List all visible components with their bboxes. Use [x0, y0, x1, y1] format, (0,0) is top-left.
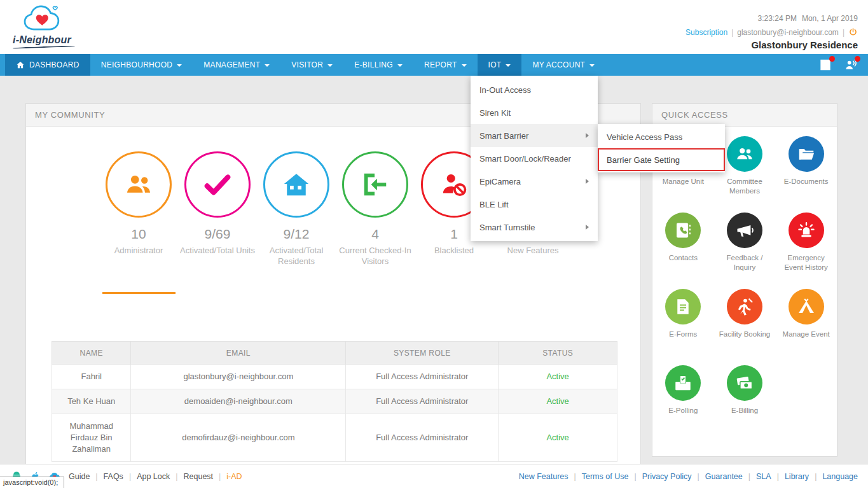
activated-total-residents-icon	[263, 151, 329, 218]
activated-total-units-icon	[184, 151, 251, 218]
e-polling-icon	[665, 365, 701, 401]
nav-item-dashboard[interactable]: DASHBOARD	[5, 54, 90, 76]
logo-text: i-Neighbour	[13, 34, 95, 46]
stat-activated-total-residents[interactable]: 9/12Activated/Total Residents	[257, 151, 336, 267]
separator: |	[777, 472, 779, 481]
news-icon[interactable]	[818, 58, 832, 72]
stat-administrator[interactable]: 10Administrator	[99, 151, 178, 267]
separator: |	[697, 472, 699, 481]
menu-item-label: Smart Turnstile	[479, 223, 535, 232]
submenu-item-barrier-gate-setting[interactable]: Barrier Gate Setting	[598, 148, 725, 171]
footer-link-library[interactable]: Library	[785, 472, 809, 481]
quick-access-label: Feedback / Inquiry	[714, 253, 776, 272]
nav-item-label: MANAGEMENT	[203, 60, 260, 69]
quick-access-e-billing[interactable]: E-Billing	[714, 365, 776, 442]
contacts-icon	[665, 213, 701, 248]
quick-access-feedback-inquiry[interactable]: Feedback / Inquiry	[714, 213, 776, 289]
residence-name: Glastonbury Residence	[685, 39, 858, 50]
administrator-table: NAMEEMAILSYSTEM ROLESTATUS Fahrilglaston…	[52, 341, 617, 462]
logout-power-icon[interactable]	[848, 27, 858, 37]
footer: Guide|FAQs|App Lock|Request|i-AD New Fea…	[0, 464, 868, 488]
stat-value: 10	[99, 227, 178, 242]
nav-item-management[interactable]: MANAGEMENT	[193, 54, 280, 76]
nav-item-label: MY ACCOUNT	[532, 60, 585, 69]
separator: |	[176, 472, 177, 481]
stat-label: Administrator	[99, 245, 178, 256]
submenu-item-vehicle-access-pass[interactable]: Vehicle Access Pass	[598, 125, 725, 148]
subscription-link[interactable]: Subscription	[685, 28, 727, 37]
menu-item-smart-turnstile[interactable]: Smart Turnstile	[471, 216, 598, 239]
submenu-item-label: Barrier Gate Setting	[607, 155, 680, 165]
nav-item-my-account[interactable]: MY ACCOUNT	[521, 54, 605, 76]
nav-item-visitor[interactable]: VISITOR	[280, 54, 343, 76]
separator: |	[748, 472, 750, 481]
stat-label: Activated/Total Residents	[257, 245, 336, 267]
quick-access-label: Manage Unit	[652, 177, 714, 186]
quick-access-facility-booking[interactable]: Facility Booking	[714, 289, 776, 365]
manage-event-icon	[789, 289, 824, 324]
quick-access-contacts[interactable]: Contacts	[652, 213, 714, 289]
separator: |	[129, 472, 131, 481]
stat-current-checked-in-visitors[interactable]: 4Current Checked-In Visitors	[336, 151, 415, 267]
person-wave-icon[interactable]	[844, 58, 858, 72]
menu-item-label: Smart Door/Lock/Reader	[479, 154, 571, 164]
menu-item-siren-kit[interactable]: Siren Kit	[471, 101, 598, 124]
nav-item-label: DASHBOARD	[29, 60, 79, 69]
footer-link-guarantee[interactable]: Guarantee	[705, 472, 743, 481]
active-stat-indicator	[102, 292, 176, 294]
quick-access-e-forms[interactable]: E-Forms	[652, 289, 714, 365]
menu-item-in-out-access[interactable]: In-Out Access	[471, 78, 598, 101]
chevron-down-icon	[327, 64, 333, 67]
nav-item-iot[interactable]: IOT	[478, 54, 522, 76]
quick-access-e-polling[interactable]: E-Polling	[652, 365, 714, 442]
footer-link-faqs[interactable]: FAQs	[104, 472, 123, 481]
stat-label: Blacklisted	[415, 245, 493, 256]
menu-item-ble-lift[interactable]: BLE Lift	[471, 193, 598, 216]
cell-email: glastonbury@i-neighbour.com	[131, 365, 346, 389]
separator: |	[815, 472, 816, 481]
status-badge: Active	[499, 365, 617, 389]
footer-link-privacy-policy[interactable]: Privacy Policy	[642, 472, 692, 481]
smart-barrier-submenu: Vehicle Access PassBarrier Gate Setting	[598, 124, 725, 172]
menu-item-epicamera[interactable]: EpiCamera	[471, 170, 598, 193]
quick-access-emergency-event-history[interactable]: Emergency Event History	[775, 213, 837, 289]
time-text: 3:23:24 PM	[758, 14, 797, 23]
notification-dot	[829, 56, 835, 62]
quick-access-manage-event[interactable]: Manage Event	[775, 289, 837, 365]
status-badge: Active	[499, 389, 617, 414]
footer-link-guide[interactable]: Guide	[69, 472, 90, 481]
footer-link-terms-of-use[interactable]: Terms of Use	[582, 472, 629, 481]
menu-item-smart-barrier[interactable]: Smart Barrier	[471, 124, 598, 147]
stat-activated-total-units[interactable]: 9/69Activated/Total Units	[178, 151, 257, 267]
nav-item-label: NEIGHBOURHOOD	[101, 60, 173, 69]
nav-item-neighbourhood[interactable]: NEIGHBOURHOOD	[90, 54, 193, 76]
separator: |	[95, 472, 97, 481]
current-checked-in-visitors-icon	[342, 151, 408, 218]
e-billing-icon	[727, 365, 762, 401]
e-documents-icon	[789, 136, 824, 172]
cell-system-role: Full Access Administrator	[346, 389, 499, 414]
quick-access-label: Committee Members	[714, 177, 776, 196]
nav-item-e-billing[interactable]: E-BILLING	[343, 54, 413, 76]
administrator-icon	[106, 151, 172, 218]
footer-link-i-ad[interactable]: i-AD	[226, 472, 242, 481]
quick-access-label: Facility Booking	[714, 330, 776, 339]
quick-access-e-documents[interactable]: E-Documents	[775, 136, 837, 213]
nav-item-label: IOT	[488, 60, 502, 69]
menu-item-smart-door-lock-reader[interactable]: Smart Door/Lock/Reader	[471, 147, 598, 170]
footer-link-language[interactable]: Language	[822, 472, 858, 481]
quick-access-label: Manage Event	[775, 330, 837, 339]
footer-link-request[interactable]: Request	[184, 472, 214, 481]
separator: |	[574, 472, 576, 481]
footer-link-sla[interactable]: SLA	[756, 472, 771, 481]
facility-booking-icon	[727, 289, 762, 324]
footer-link-new-features[interactable]: New Features	[519, 472, 568, 481]
footer-link-app-lock[interactable]: App Lock	[137, 472, 170, 481]
app-logo[interactable]: i-Neighbour	[13, 3, 95, 48]
home-icon	[16, 60, 25, 69]
notification-dot	[855, 56, 860, 62]
nav-item-report[interactable]: REPORT	[413, 54, 478, 76]
quick-access-label: E-Forms	[652, 330, 714, 339]
stat-value: 9/12	[257, 227, 336, 242]
chevron-down-icon	[506, 64, 511, 67]
